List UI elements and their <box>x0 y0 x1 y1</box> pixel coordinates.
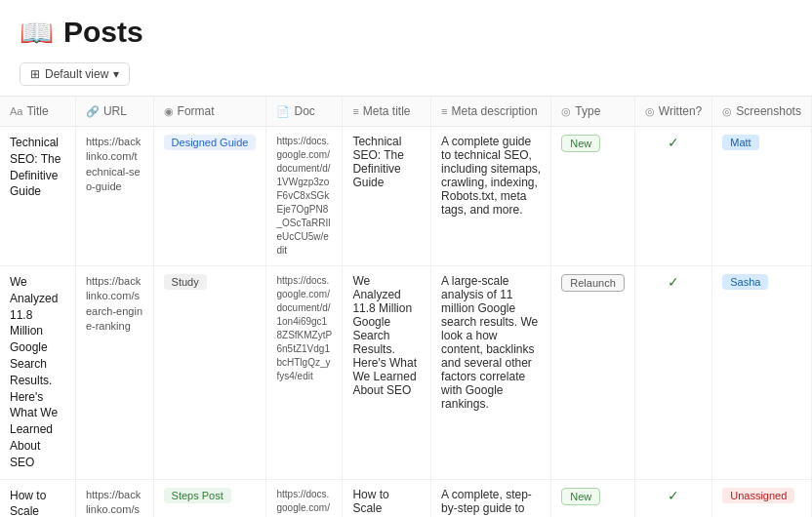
table-container: Aa Title 🔗 URL ◉ Format <box>0 96 812 517</box>
cell-type-0: New <box>551 127 634 266</box>
type-badge-1: Relaunch <box>561 274 624 292</box>
default-view-button[interactable]: ⊞ Default view ▾ <box>20 62 130 86</box>
chevron-down-icon: ▾ <box>113 67 119 81</box>
cell-type-2: New <box>551 479 634 517</box>
cell-format-2: Steps Post <box>153 479 266 517</box>
page-header: 📖 Posts <box>0 0 812 57</box>
table-header-row: Aa Title 🔗 URL ◉ Format <box>0 97 812 127</box>
col-header-meta-title: ≡ Meta title <box>343 97 431 127</box>
cell-title-1: We Analyzed 11.8 Million Google Search R… <box>0 266 75 480</box>
cell-doc-1: https://docs.google.com/document/d/1on4i… <box>266 266 343 480</box>
assignee-badge-0: Matt <box>722 135 758 150</box>
doc-col-icon: 📄 <box>276 105 290 118</box>
format-col-icon: ◉ <box>164 105 174 118</box>
url-col-icon: 🔗 <box>86 105 100 118</box>
cell-meta-title-1: We Analyzed 11.8 Million Google Search R… <box>343 266 431 480</box>
cell-url-1: https://backlinko.com/search-engine-rank… <box>75 266 153 480</box>
col-header-doc: 📄 Doc <box>266 97 343 127</box>
table-row: How to Scale Content Creation [New Step-… <box>0 479 812 517</box>
cell-written-1: ✓ <box>634 266 711 480</box>
col-header-written: ◎ Written? <box>634 97 711 127</box>
cell-format-0: Designed Guide <box>153 127 266 266</box>
view-icon: ⊞ <box>30 67 40 81</box>
cell-format-1: Study <box>153 266 266 480</box>
cell-meta-desc-2: A complete, step-by-step guide to scalin… <box>431 479 551 517</box>
type-col-icon: ◎ <box>561 105 571 118</box>
cell-doc-0: https://docs.google.com/document/d/1VWgz… <box>266 127 343 266</box>
written-check-0: ✓ <box>668 135 679 150</box>
cell-url-2: https://backlinko.com/scale-content <box>75 479 153 517</box>
format-badge-1: Study <box>164 274 207 290</box>
col-header-format: ◉ Format <box>153 97 266 127</box>
cell-screenshots-0: Matt <box>712 127 812 266</box>
format-badge-2: Steps Post <box>164 488 231 503</box>
title-col-icon: Aa <box>10 105 22 117</box>
cell-meta-desc-1: A large-scale analysis of 11 million Goo… <box>431 266 551 480</box>
screenshots-col-icon: ◎ <box>722 105 732 118</box>
cell-title-0: Technical SEO: The Definitive Guide <box>0 127 75 266</box>
type-badge-0: New <box>561 135 600 152</box>
meta-desc-col-icon: ≡ <box>441 105 447 117</box>
cell-doc-2: https://docs.google.com/document/d/1aPLr… <box>266 479 343 517</box>
written-col-icon: ◎ <box>645 105 655 118</box>
table-row: We Analyzed 11.8 Million Google Search R… <box>0 266 812 480</box>
page-title: Posts <box>63 16 143 49</box>
assignee-badge-1: Sasha <box>722 274 768 290</box>
cell-type-1: Relaunch <box>551 266 634 480</box>
cell-title-2: How to Scale Content Creation [New Step-… <box>0 479 75 517</box>
cell-meta-title-0: Technical SEO: The Definitive Guide <box>343 127 431 266</box>
meta-title-col-icon: ≡ <box>352 105 358 117</box>
col-header-screenshots: ◎ Screenshots <box>712 97 812 127</box>
cell-meta-title-2: How to Scale Content Creation [New Step-… <box>343 479 431 517</box>
table-row: Technical SEO: The Definitive Guide http… <box>0 127 812 266</box>
cell-url-0: https://backlinko.com/technical-seo-guid… <box>75 127 153 266</box>
page-icon: 📖 <box>20 17 54 49</box>
cell-written-2: ✓ <box>634 479 711 517</box>
view-label: Default view <box>45 67 108 81</box>
col-header-type: ◎ Type <box>551 97 634 127</box>
assignee-badge-2: Unassigned <box>722 488 794 503</box>
written-check-2: ✓ <box>668 488 679 503</box>
cell-meta-desc-0: A complete guide to technical SEO, inclu… <box>431 127 551 266</box>
type-badge-2: New <box>561 488 600 505</box>
cell-screenshots-1: Sasha <box>712 266 812 480</box>
col-header-url: 🔗 URL <box>75 97 153 127</box>
cell-written-0: ✓ <box>634 127 711 266</box>
posts-table: Aa Title 🔗 URL ◉ Format <box>0 97 812 517</box>
format-badge-0: Designed Guide <box>164 135 257 150</box>
col-header-meta-desc: ≡ Meta description <box>431 97 551 127</box>
col-header-title: Aa Title <box>0 97 75 127</box>
written-check-1: ✓ <box>668 274 679 290</box>
toolbar: ⊞ Default view ▾ <box>0 57 812 96</box>
cell-screenshots-2: Unassigned <box>712 479 812 517</box>
